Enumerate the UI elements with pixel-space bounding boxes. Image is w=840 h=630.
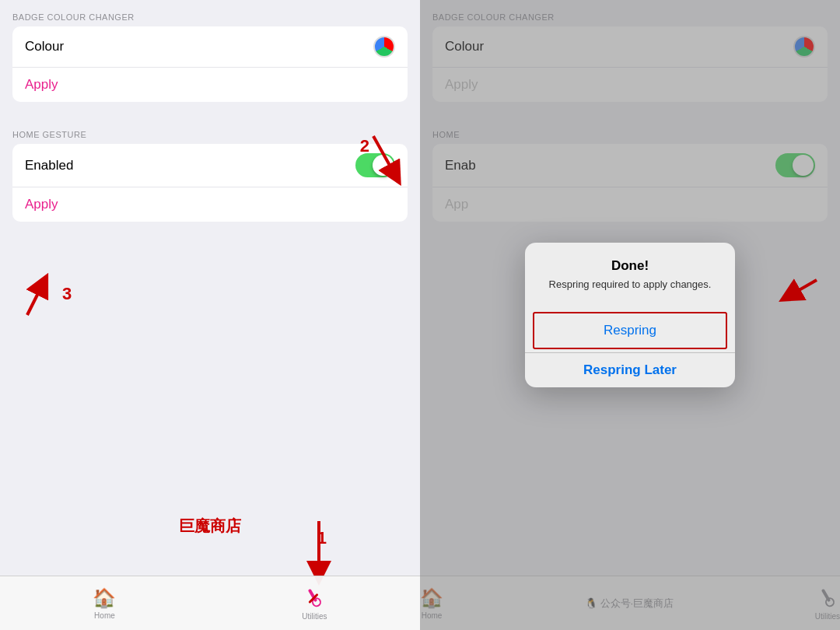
badge-card: Colour Apply [12, 26, 408, 102]
apply-label-1[interactable]: Apply [25, 77, 58, 93]
svg-line-6 [789, 280, 817, 296]
done-dialog: Done! Respring required to apply changes… [525, 243, 735, 387]
left-tab-bar: 🏠 Home Utilities [0, 576, 420, 630]
respring-button-wrapper: Respring [533, 312, 727, 349]
dialog-title: Done! [537, 258, 723, 274]
left-panel: BADGE COLOUR CHANGER Colour Apply HOME G… [0, 0, 420, 630]
dialog-content: Done! Respring required to apply changes… [525, 243, 735, 309]
home-icon: 🏠 [93, 587, 116, 609]
utilities-icon [303, 586, 326, 610]
tab-utilities[interactable]: Utilities [302, 586, 327, 621]
watermark: 巨魔商店 [179, 516, 241, 537]
badge-section-label: BADGE COLOUR CHANGER [0, 0, 420, 26]
right-panel: BADGE COLOUR CHANGER Colour Apply HOME E… [420, 0, 840, 630]
tab-home-label: Home [94, 611, 115, 620]
tab-home[interactable]: 🏠 Home [93, 587, 116, 620]
dialog-message: Respring required to apply changes. [537, 278, 723, 290]
svg-line-0 [373, 136, 395, 175]
arrow-2 [342, 132, 404, 194]
enabled-label: Enabled [25, 158, 73, 173]
colour-label: Colour [25, 39, 64, 54]
respring-later-button[interactable]: Respring Later [525, 352, 735, 387]
apply-label-2[interactable]: Apply [25, 197, 58, 212]
step-3-badge: 3 [62, 284, 72, 304]
colour-row[interactable]: Colour [12, 26, 408, 68]
color-picker-icon[interactable] [373, 36, 395, 58]
arrow-respring [747, 257, 824, 319]
svg-line-1 [27, 284, 43, 315]
tab-utilities-label: Utilities [302, 612, 327, 621]
apply-row-1[interactable]: Apply [12, 68, 408, 102]
arrow-3 [0, 264, 62, 327]
respring-button[interactable]: Respring [534, 313, 726, 348]
